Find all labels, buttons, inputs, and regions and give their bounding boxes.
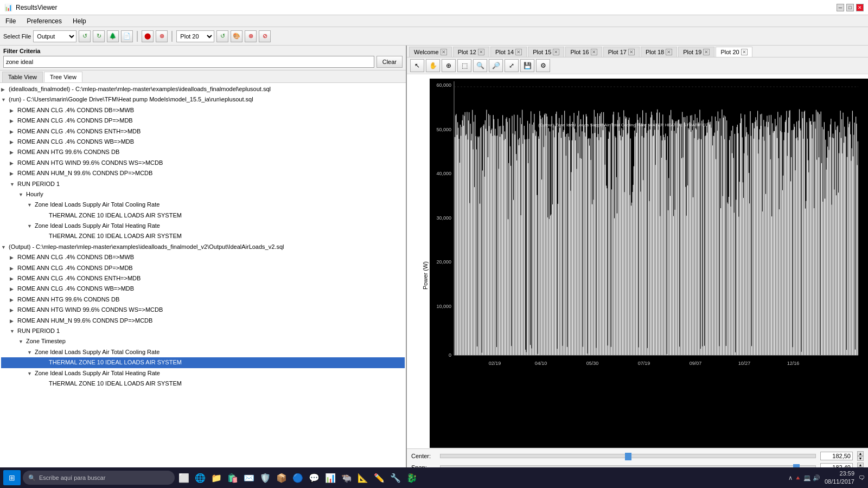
tree-item[interactable]: ▶ROME ANN CLG .4% CONDNS ENTH=>MDB — [1, 273, 405, 284]
page-btn[interactable]: 📄 — [121, 30, 133, 42]
table-view-tab[interactable]: Table View — [2, 72, 43, 82]
taskbar-search[interactable]: 🔍 Escribe aquí para buscar — [23, 471, 175, 485]
clear-button[interactable]: Clear — [376, 56, 403, 68]
tab-close-5[interactable]: ✕ — [628, 49, 635, 55]
tree-item[interactable]: ▼Zone Ideal Loads Supply Air Total Heati… — [1, 368, 405, 378]
plot-tab-plot-17[interactable]: Plot 17✕ — [603, 47, 640, 57]
explorer-btn[interactable]: 📁 — [209, 471, 224, 485]
maximize-button[interactable]: □ — [846, 4, 854, 11]
tab-close-4[interactable]: ✕ — [591, 49, 597, 55]
tree-item[interactable]: ▶ROME ANN HUM_N 99.6% CONDNS DP=>MCDB — [1, 168, 405, 178]
tool-zoom-out[interactable]: 🔎 — [489, 59, 503, 72]
filter-input[interactable] — [3, 56, 374, 68]
file-dropdown[interactable]: Output — [33, 30, 76, 42]
skype-btn[interactable]: 💬 — [307, 471, 321, 485]
taskbar-clock[interactable]: 23:59 08/11/2017 — [825, 470, 854, 486]
app4-btn[interactable]: 🔧 — [388, 471, 403, 485]
tab-close-3[interactable]: ✕ — [553, 49, 559, 55]
store-btn[interactable]: 🛍️ — [226, 471, 240, 485]
center-value[interactable] — [820, 452, 853, 460]
minimize-button[interactable]: ─ — [837, 4, 844, 11]
tree-item[interactable]: THERMAL ZONE 10 IDEAL LOADS AIR SYSTEM — [1, 210, 405, 221]
tree-item[interactable]: ▼Zone Ideal Loads Supply Air Total Heati… — [1, 221, 405, 231]
center-track[interactable] — [440, 454, 816, 458]
tree-item[interactable]: ▼(run) - C:\Users\marin\Google Drive\TFM… — [1, 94, 405, 105]
stop-red-btn-1[interactable]: ⬤ — [142, 30, 154, 42]
plot-refresh-btn[interactable]: ↺ — [216, 30, 228, 42]
tree-item[interactable]: THERMAL ZONE 10 IDEAL LOADS AIR SYSTEM — [1, 378, 405, 389]
tool-crosshair[interactable]: ⊕ — [442, 59, 456, 72]
tree-item[interactable]: ▶ROME ANN HTG WIND 99.6% CONDNS WS=>MCDB — [1, 158, 405, 168]
edge-btn[interactable]: 🌐 — [193, 471, 207, 485]
menu-file[interactable]: File — [2, 16, 19, 26]
tree-item[interactable]: ▶ROME ANN HTG WIND 99.6% CONDNS WS=>MCDB — [1, 305, 405, 315]
tree-item[interactable]: ▼Zone Ideal Loads Supply Air Total Cooli… — [1, 200, 405, 210]
tree-item[interactable]: ▶ROME ANN CLG .4% CONDNS DP=>MDB — [1, 263, 405, 273]
chrome-btn[interactable]: 🔵 — [291, 471, 305, 485]
plot-cancel-btn[interactable]: ⊘ — [259, 30, 271, 42]
tree-item[interactable]: ▼RUN PERIOD 1 — [1, 326, 405, 336]
stop-red-btn-2[interactable]: ⊗ — [156, 30, 168, 42]
dropbox-btn[interactable]: 📦 — [275, 471, 289, 485]
notif-btn[interactable]: 🗨 — [859, 474, 865, 481]
menu-preferences[interactable]: Preferences — [23, 16, 65, 26]
app2-btn[interactable]: 📐 — [356, 471, 370, 485]
refresh-green-btn-2[interactable]: ↻ — [93, 30, 105, 42]
tree-item[interactable]: ▶ROME ANN CLG .4% CONDNS DP=>MDB — [1, 115, 405, 126]
close-button[interactable]: ✕ — [856, 4, 864, 11]
refresh-green-btn-1[interactable]: ↺ — [79, 30, 91, 42]
shield-btn[interactable]: 🛡️ — [258, 471, 272, 485]
tool-props[interactable]: ⚙ — [536, 59, 550, 72]
tree-item[interactable]: ▼(Output) - C:\mlep-master\mlep-master\e… — [1, 242, 405, 252]
tab-close-2[interactable]: ✕ — [515, 49, 522, 55]
tab-close-7[interactable]: ✕ — [703, 49, 710, 55]
plot-tab-welcome[interactable]: Welcome✕ — [409, 47, 452, 57]
tree-item[interactable]: ▶ROME ANN HTG 99.6% CONDNS DB — [1, 294, 405, 305]
tree-item[interactable]: ▶ROME ANN HTG 99.6% CONDNS DB — [1, 147, 405, 157]
plot-tab-plot-12[interactable]: Plot 12✕ — [453, 47, 489, 57]
plot-tab-plot-18[interactable]: Plot 18✕ — [641, 47, 677, 57]
app3-btn[interactable]: ✏️ — [372, 471, 386, 485]
plot-tab-plot-15[interactable]: Plot 15✕ — [528, 47, 564, 57]
tree-item[interactable]: ▶ROME ANN CLG .4% CONDNS ENTH=>MDB — [1, 126, 405, 137]
tool-zoom-fit[interactable]: ⤢ — [505, 59, 519, 72]
tree-item[interactable]: ▼Zone Timestep — [1, 336, 405, 346]
tool-zoom-box[interactable]: ⬚ — [457, 59, 471, 72]
app1-btn[interactable]: 🐃 — [340, 471, 354, 485]
tab-close-8[interactable]: ✕ — [741, 49, 748, 55]
tab-close-0[interactable]: ✕ — [441, 49, 447, 55]
tree-item[interactable]: THERMAL ZONE 10 IDEAL LOADS AIR SYSTEM — [1, 357, 405, 368]
tree-item[interactable]: ▶ROME ANN CLG .4% CONDNS DB=>MWB — [1, 105, 405, 115]
tool-pan[interactable]: ✋ — [426, 59, 440, 72]
tree-item[interactable]: ▶ROME ANN HUM_N 99.6% CONDNS DP=>MCDB — [1, 316, 405, 326]
menu-help[interactable]: Help — [69, 16, 90, 26]
plot-tab-plot-14[interactable]: Plot 14✕ — [490, 47, 527, 57]
tab-close-6[interactable]: ✕ — [666, 49, 672, 55]
tool-zoom-in[interactable]: 🔍 — [473, 59, 487, 72]
tree-view-tab[interactable]: Tree View — [44, 72, 82, 82]
tree-item[interactable]: ▶ROME ANN CLG .4% CONDNS WB=>MDB — [1, 284, 405, 294]
tab-close-1[interactable]: ✕ — [478, 49, 484, 55]
tree-item[interactable]: ▼RUN PERIOD 1 — [1, 179, 405, 189]
center-down[interactable]: ▼ — [857, 456, 864, 461]
tree-container[interactable]: ▶(idealloads_finalmodel) - C:\mlep-maste… — [0, 83, 406, 476]
tree-item[interactable]: THERMAL ZONE 10 IDEAL LOADS AIR SYSTEM — [1, 231, 405, 241]
tree-item[interactable]: ▶ROME ANN CLG .4% CONDNS DB=>MWB — [1, 252, 405, 262]
tree-item[interactable]: ▼Hourly — [1, 189, 405, 200]
plot-color-btn[interactable]: 🎨 — [231, 30, 242, 42]
mail-btn[interactable]: ✉️ — [242, 471, 256, 485]
tree-item[interactable]: ▶(idealloads_finalmodel) - C:\mlep-maste… — [1, 84, 405, 94]
tree-item[interactable]: ▶ROME ANN CLG .4% CONDNS WB=>MDB — [1, 137, 405, 147]
plot-tab-plot-20[interactable]: Plot 20✕ — [716, 47, 752, 57]
plot-tab-plot-19[interactable]: Plot 19✕ — [678, 47, 714, 57]
taskview-btn[interactable]: ⬜ — [177, 471, 191, 485]
tree-icon-btn[interactable]: 🌲 — [107, 30, 119, 42]
start-button[interactable]: ⊞ — [3, 470, 21, 485]
plot-stop-btn[interactable]: ⊗ — [245, 30, 257, 42]
tool-save[interactable]: 💾 — [520, 59, 534, 72]
app5-btn[interactable]: 🐉 — [405, 471, 419, 485]
span-up[interactable]: ▲ — [857, 463, 864, 467]
plot-dropdown[interactable]: Plot 20 — [176, 30, 214, 42]
tree-item[interactable]: ▼Zone Ideal Loads Supply Air Total Cooli… — [1, 347, 405, 357]
excel-btn[interactable]: 📊 — [323, 471, 337, 485]
